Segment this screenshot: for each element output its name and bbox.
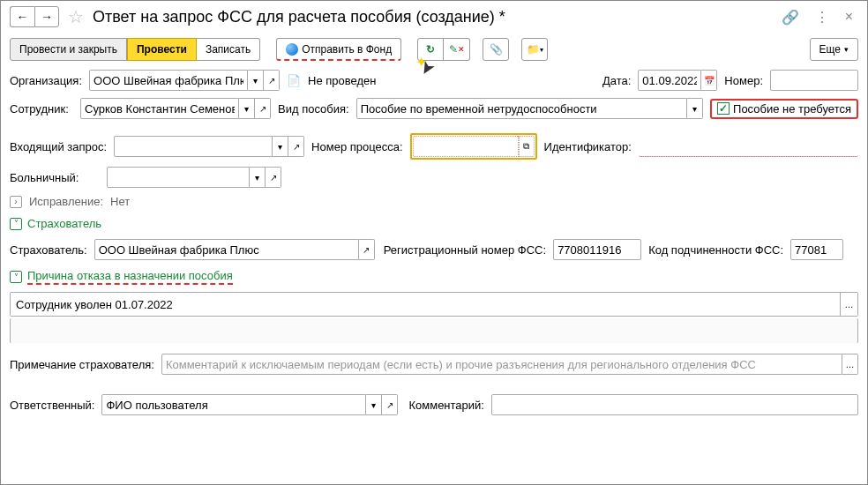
chevron-down-icon: ˅ — [10, 218, 22, 230]
note-label: Примечание страхователя: — [10, 358, 154, 371]
close-icon[interactable]: × — [845, 9, 853, 25]
expand-icon[interactable]: › — [10, 196, 22, 208]
open-icon[interactable]: ↗ — [266, 167, 281, 188]
more-button[interactable]: Еще ▾ — [810, 38, 858, 61]
send-to-fund-button[interactable]: Отправить в Фонд — [276, 38, 401, 61]
fix-value: Нет — [110, 195, 130, 208]
process-combo[interactable]: ⧉ — [413, 136, 535, 157]
post-button[interactable]: Провести — [127, 38, 197, 61]
insurer-label: Страхователь: — [10, 243, 87, 257]
page-title: Ответ на запрос ФСС для расчета пособия … — [93, 8, 771, 26]
number-label: Номер: — [724, 74, 763, 87]
insurer-input[interactable] — [94, 239, 359, 260]
org-combo[interactable]: ▾ ↗ — [89, 70, 280, 91]
number-input[interactable] — [770, 70, 858, 91]
sick-input[interactable] — [107, 167, 250, 188]
refresh-button[interactable]: ↻ — [417, 38, 444, 61]
status-label: Не проведен — [308, 74, 376, 87]
org-input[interactable] — [89, 70, 248, 91]
reason-textarea-ext — [10, 318, 858, 343]
reason-textarea[interactable]: … — [10, 292, 858, 317]
date-input[interactable] — [638, 70, 701, 91]
process-label: Номер процесса: — [311, 140, 403, 153]
open-icon[interactable]: ↗ — [255, 98, 271, 119]
back-button[interactable]: ← — [10, 6, 34, 27]
dropdown-icon[interactable]: ▾ — [250, 167, 266, 188]
dropdown-icon[interactable]: ▾ — [687, 98, 703, 119]
sick-label: Больничный: — [10, 171, 100, 184]
date-label: Дата: — [602, 74, 631, 87]
folder-button[interactable]: 📁▾ — [521, 38, 548, 61]
dropdown-icon[interactable]: ▾ — [248, 70, 264, 91]
save-button[interactable]: Записать — [197, 38, 260, 61]
benefit-type-input[interactable] — [356, 98, 687, 119]
process-highlight: ⧉ — [410, 133, 537, 160]
reg-input[interactable] — [553, 239, 641, 260]
id-input[interactable] — [639, 136, 858, 157]
chevron-down-icon: ˅ — [10, 271, 22, 283]
comment-input[interactable] — [491, 394, 858, 415]
comment-label: Комментарий: — [408, 399, 484, 412]
insurer-combo[interactable]: ↗ — [94, 239, 377, 260]
emp-input[interactable] — [80, 98, 239, 119]
incoming-label: Входящий запрос: — [10, 140, 107, 153]
copy-icon[interactable]: ⧉ — [519, 136, 535, 157]
resp-input[interactable] — [101, 394, 366, 415]
insurer-section-header[interactable]: ˅ Страхователь — [1, 212, 867, 235]
emp-label: Сотрудник: — [10, 102, 73, 116]
calendar-icon[interactable]: 📅 — [701, 70, 717, 91]
open-icon[interactable]: ↗ — [359, 239, 375, 260]
benefit-type-combo[interactable]: ▾ — [356, 98, 703, 119]
open-icon[interactable]: ↗ — [264, 70, 280, 91]
ellipsis-button[interactable]: … — [840, 293, 857, 316]
doc-icon: 📄 — [287, 74, 301, 87]
incoming-combo[interactable]: ▾ ↗ — [114, 136, 304, 157]
post-and-close-button[interactable]: Провести и закрыть — [10, 38, 127, 61]
dropdown-icon[interactable]: ▾ — [273, 136, 288, 157]
reg-label: Регистрационный номер ФСС: — [384, 243, 546, 257]
code-label: Код подчиненности ФСС: — [648, 243, 783, 257]
note-input[interactable] — [161, 354, 842, 375]
open-icon[interactable]: ↗ — [382, 394, 398, 415]
globe-icon — [286, 43, 298, 56]
dropdown-icon[interactable]: ▾ — [366, 394, 382, 415]
menu-icon[interactable]: ⋮ — [815, 9, 829, 26]
id-label: Идентификатор: — [544, 140, 632, 153]
reason-section-header[interactable]: ˅ Причина отказа в назначении пособия — [1, 264, 867, 290]
code-input[interactable] — [790, 239, 843, 260]
org-label: Организация: — [10, 74, 82, 87]
sick-combo[interactable]: ▾ ↗ — [107, 167, 281, 188]
forward-button[interactable]: → — [34, 6, 59, 27]
cancel-edit-button[interactable]: ✎✕ — [444, 38, 470, 61]
dropdown-icon[interactable]: ▾ — [239, 98, 255, 119]
link-icon[interactable]: 🔗 — [782, 9, 799, 26]
emp-combo[interactable]: ▾ ↗ — [80, 98, 271, 119]
open-icon[interactable]: ↗ — [288, 136, 304, 157]
process-input[interactable] — [413, 136, 519, 157]
resp-combo[interactable]: ▾ ↗ — [101, 394, 401, 415]
attach-button[interactable]: 📎 — [483, 38, 509, 61]
fix-label: Исправление: — [29, 195, 103, 208]
reason-input[interactable] — [11, 293, 840, 316]
incoming-input[interactable] — [114, 136, 273, 157]
resp-label: Ответственный: — [10, 399, 94, 412]
benefit-not-required-checkbox[interactable]: ✓ Пособие не требуется — [710, 99, 858, 119]
benefit-type-label: Вид пособия: — [278, 102, 349, 116]
date-field[interactable]: 📅 — [638, 70, 717, 91]
note-combo[interactable]: … — [161, 354, 858, 375]
favorite-icon[interactable]: ☆ — [68, 6, 84, 27]
ellipsis-button[interactable]: … — [842, 354, 858, 375]
check-icon: ✓ — [717, 102, 730, 115]
